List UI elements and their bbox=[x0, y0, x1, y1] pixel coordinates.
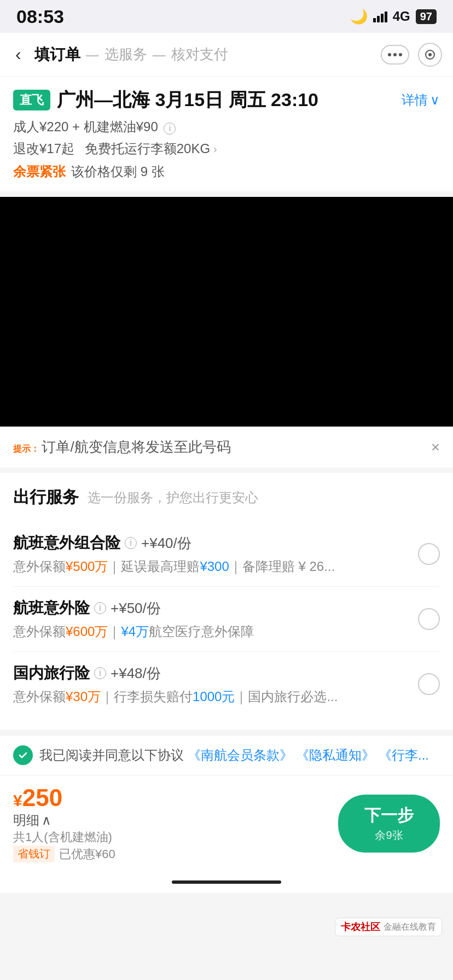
ticket-alert-label: 余票紧张 bbox=[13, 163, 66, 180]
insurance-item-3[interactable]: 国内旅行险 i +¥48/份 意外保额¥30万｜行李损失赔付1000元｜国内旅行… bbox=[13, 652, 440, 716]
agreement-text: 我已阅读并同意以下协议 《南航会员条款》 《隐私通知》 《行李... bbox=[39, 746, 429, 764]
next-step-button[interactable]: 下一步 余9张 bbox=[338, 795, 440, 853]
svg-point-1 bbox=[428, 53, 432, 56]
flight-card: 直飞 广州—北海 3月15日 周五 23:10 详情 ∨ 成人¥220 + 机建… bbox=[0, 77, 453, 191]
ins-desc-3: 意外保额¥30万｜行李损失赔付1000元｜国内旅行必选... bbox=[13, 688, 409, 705]
refund-info: 退改¥17起 免费托运行李额20KG › bbox=[13, 140, 440, 158]
direct-badge: 直飞 bbox=[13, 90, 50, 110]
chevron-right-icon: › bbox=[213, 143, 217, 155]
nav-step-confirm-pay: 核对支付 bbox=[171, 45, 228, 64]
savings-badge: 省钱订 bbox=[13, 845, 55, 862]
back-button[interactable]: ‹ bbox=[11, 42, 26, 67]
service-title: 出行服务 bbox=[13, 486, 79, 509]
insurance-item-2[interactable]: 航班意外险 i +¥50/份 意外保额¥600万｜¥4万航空医疗意外保障 bbox=[13, 587, 440, 652]
status-right: 🌙 4G 97 bbox=[350, 8, 437, 25]
nav-steps: 填订单 — 选服务 — 核对支付 bbox=[34, 44, 372, 65]
ins-left-1: 航班意外组合险 i +¥40/份 意外保额¥500万｜延误最高理赔¥300｜备降… bbox=[13, 533, 409, 575]
total-info: 共1人(含机建燃油) bbox=[13, 829, 115, 845]
agreement-bar: 我已阅读并同意以下协议 《南航会员条款》 《隐私通知》 《行李... bbox=[0, 735, 453, 775]
radio-circle-2[interactable] bbox=[418, 608, 440, 630]
chevron-up-icon: ∧ bbox=[42, 813, 51, 828]
nav-arrow-1: — bbox=[86, 47, 99, 62]
savings-row: 省钱订 已优惠¥60 bbox=[13, 845, 115, 862]
status-bar: 08:53 🌙 4G 97 bbox=[0, 0, 453, 33]
ins-title-row-3: 国内旅行险 i +¥48/份 bbox=[13, 663, 409, 684]
refund-text: 退改¥17起 bbox=[13, 140, 74, 158]
nav-arrow-2: — bbox=[153, 47, 166, 62]
service-subtitle: 选一份服务，护您出行更安心 bbox=[88, 489, 258, 506]
info-icon[interactable]: i bbox=[164, 122, 176, 135]
flight-route: 广州—北海 3月15日 周五 23:10 bbox=[57, 88, 318, 113]
agreement-link-2[interactable]: 《隐私通知》 bbox=[296, 748, 375, 762]
ins-info-icon-3[interactable]: i bbox=[94, 667, 106, 679]
agreement-link-3[interactable]: 《行李... bbox=[379, 748, 429, 762]
moon-icon: 🌙 bbox=[350, 8, 368, 25]
hint-close-button[interactable]: × bbox=[431, 439, 440, 456]
chevron-down-icon: ∨ bbox=[430, 92, 440, 108]
battery-badge: 97 bbox=[416, 9, 437, 24]
hint-bar: 提示： 订单/航变信息将发送至此号码 × bbox=[0, 427, 453, 468]
ins-left-3: 国内旅行险 i +¥48/份 意外保额¥30万｜行李损失赔付1000元｜国内旅行… bbox=[13, 663, 409, 705]
price-info: 成人¥220 + 机建燃油¥90 i bbox=[13, 118, 440, 136]
scan-button[interactable] bbox=[418, 43, 442, 67]
ticket-alert: 余票紧张 该价格仅剩 9 张 bbox=[13, 163, 440, 180]
flight-info-left: 直飞 广州—北海 3月15日 周五 23:10 bbox=[13, 88, 318, 113]
ins-title-row-1: 航班意外组合险 i +¥40/份 bbox=[13, 533, 409, 553]
nav-step-fill-order: 填订单 bbox=[34, 44, 80, 65]
radio-circle-3[interactable] bbox=[418, 673, 440, 695]
network-label: 4G bbox=[393, 9, 410, 24]
ins-name-1: 航班意外组合险 bbox=[13, 533, 120, 553]
bottom-bar: ¥250 明细 ∧ 共1人(含机建燃油) 省钱订 已优惠¥60 下一步 余9张 bbox=[0, 775, 453, 871]
agreement-checkbox[interactable] bbox=[13, 745, 33, 765]
separator bbox=[78, 141, 82, 156]
service-section: 出行服务 选一份服务，护您出行更安心 航班意外组合险 i +¥40/份 意外保额… bbox=[0, 473, 453, 730]
ins-name-3: 国内旅行险 bbox=[13, 663, 90, 684]
home-bar bbox=[172, 880, 281, 884]
ins-price-3: +¥48/份 bbox=[111, 664, 161, 683]
details-link[interactable]: 详情 ∨ bbox=[402, 91, 440, 109]
more-options-button[interactable] bbox=[381, 45, 409, 65]
watermark: 卡农社区 金融在线教育 bbox=[335, 918, 442, 936]
agreement-link-1[interactable]: 《南航会员条款》 bbox=[188, 748, 293, 762]
ins-info-icon-1[interactable]: i bbox=[125, 537, 137, 549]
black-area bbox=[0, 197, 453, 427]
ins-left-2: 航班意外险 i +¥50/份 意外保额¥600万｜¥4万航空医疗意外保障 bbox=[13, 598, 409, 640]
ins-desc-2: 意外保额¥600万｜¥4万航空医疗意外保障 bbox=[13, 623, 409, 640]
radio-circle-1[interactable] bbox=[418, 543, 440, 565]
bottom-left: ¥250 明细 ∧ 共1人(含机建燃油) 省钱订 已优惠¥60 bbox=[13, 784, 115, 862]
signal-icon bbox=[373, 10, 387, 22]
detail-button[interactable]: 明细 ∧ bbox=[13, 812, 115, 829]
status-time: 08:53 bbox=[16, 6, 64, 27]
nav-step-select-service: 选服务 bbox=[104, 45, 147, 64]
flight-header: 直飞 广州—北海 3月15日 周五 23:10 详情 ∨ bbox=[13, 88, 440, 113]
home-indicator bbox=[0, 871, 453, 893]
insurance-item-1[interactable]: 航班意外组合险 i +¥40/份 意外保额¥500万｜延误最高理赔¥300｜备降… bbox=[13, 522, 440, 587]
ins-info-icon-2[interactable]: i bbox=[94, 602, 106, 614]
header: ‹ 填订单 — 选服务 — 核对支付 bbox=[0, 33, 453, 77]
ins-desc-1: 意外保额¥500万｜延误最高理赔¥300｜备降理赔 ¥ 26... bbox=[13, 558, 409, 575]
service-header: 出行服务 选一份服务，护您出行更安心 bbox=[13, 486, 440, 509]
ins-name-2: 航班意外险 bbox=[13, 598, 90, 619]
total-price-row: ¥250 明细 ∧ bbox=[13, 784, 115, 829]
baggage-text: 免费托运行李额20KG bbox=[85, 140, 210, 158]
ins-price-2: +¥50/份 bbox=[111, 599, 161, 618]
ticket-alert-text: 该价格仅剩 9 张 bbox=[71, 163, 165, 180]
ins-price-1: +¥40/份 bbox=[141, 534, 191, 553]
total-price: ¥250 bbox=[13, 784, 62, 811]
savings-text: 已优惠¥60 bbox=[59, 846, 115, 862]
ins-title-row-2: 航班意外险 i +¥50/份 bbox=[13, 598, 409, 619]
hint-prefix: 提示： bbox=[13, 444, 39, 453]
hint-content: 提示： 订单/航变信息将发送至此号码 bbox=[13, 438, 231, 457]
header-icons bbox=[381, 43, 442, 67]
hint-text: 订单/航变信息将发送至此号码 bbox=[42, 439, 230, 455]
